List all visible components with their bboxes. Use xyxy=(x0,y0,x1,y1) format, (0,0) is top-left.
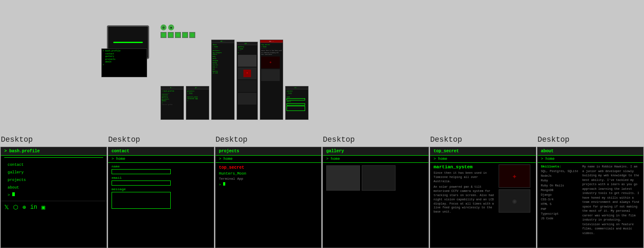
ts-right: ✦ ◉ xyxy=(499,164,532,246)
desktop-header-about: about xyxy=(538,147,643,156)
project-name[interactable]: Hunters_Moon xyxy=(219,172,318,176)
bash-prompt: > xyxy=(8,191,100,199)
mw-title-projects: pr... xyxy=(186,86,209,89)
contact-message-textarea[interactable] xyxy=(112,192,171,209)
about-bio: My name is Robbie Hawkins. I am a junior… xyxy=(582,164,640,246)
mw-content-bash: > bash.profile ────────── contactgallery… xyxy=(161,89,183,107)
contact-name-label: name xyxy=(112,164,210,168)
projects-content: top_secret Hunters_Moon Terminal App > xyxy=(216,163,321,248)
mw-content-top-secret: top_secret > home ────── Since then it h… xyxy=(260,43,283,95)
twitter-icon[interactable]: 𝕏 xyxy=(4,204,9,211)
globe-icon[interactable]: ⊕ xyxy=(22,204,26,211)
icon-circle-1[interactable]: ⚙ xyxy=(161,24,166,30)
ts-body: An solar powered pan & tilt motorised CC… xyxy=(434,185,495,214)
mw-content-gallery: gallery> home ──── 4 ✦ xyxy=(237,45,257,106)
mini-window-gallery[interactable]: ga... gallery> home ──── 4 ✦ xyxy=(237,42,258,120)
mini-window-top-secret[interactable]: to... top_secret > home ────── Since the… xyxy=(260,40,283,120)
contact-email-label: email xyxy=(112,176,210,180)
skill-js: JS Code xyxy=(541,216,579,221)
gallery-thumb-1[interactable] xyxy=(326,165,360,191)
contact-email-input[interactable] xyxy=(112,181,171,186)
skillsets-title: Skillsets: xyxy=(541,164,579,168)
bash-nav-projects[interactable]: projects xyxy=(8,176,100,184)
project-sub: Terminal App xyxy=(219,177,318,181)
skill-rails: Ruby On Rails xyxy=(541,183,579,188)
about-content: Skillsets: SQL, Postgres, SQLite NodeJs … xyxy=(538,163,643,248)
mini-window-projects[interactable]: pr... projects > home ────── Hunters_Moo… xyxy=(186,86,209,120)
mw-content-about: about > home ────── Skillsets:SQL,Postgr… xyxy=(212,43,234,75)
contact-name-input[interactable] xyxy=(112,169,171,174)
top-secret-content: martian_system Since then it has been us… xyxy=(430,163,536,248)
project-prompt: > xyxy=(219,182,318,186)
stack-icons-row: ⚙ ◈ xyxy=(161,24,308,30)
desktops-row: Desktop > bash.profile contact gallery p… xyxy=(0,147,644,248)
toolbar-btn-1[interactable]: ⊞ xyxy=(161,32,166,38)
desktop-label-contact: Desktop xyxy=(108,135,140,144)
desktop-subheader-gallery: > home xyxy=(323,156,428,163)
mw-content-projects: projects > home ────── Hunters_Moon term… xyxy=(186,89,209,102)
mw-title-top-secret: to... xyxy=(260,40,283,43)
mw-title-gallery: ga... xyxy=(237,42,257,45)
mw-title-bash: m... xyxy=(161,86,183,89)
desktop-label-bash: Desktop xyxy=(1,135,33,144)
mw-content-contact: contact > home ────── name email xyxy=(286,89,308,112)
ts-image-1[interactable]: ✦ xyxy=(499,164,530,188)
linkedin-icon[interactable]: in xyxy=(30,204,37,211)
desktop-panel-gallery: Desktop gallery > home xyxy=(322,147,429,248)
mw-title-about: ab... xyxy=(212,40,234,43)
desktop-panel-contact: Desktop contact > home name email messag… xyxy=(108,147,214,248)
bash-divider xyxy=(4,157,103,158)
stack-toolbar-row: ⊞ ⊟ ⊠ ⊕ ⚙ xyxy=(161,32,308,38)
terminal-preview-lines: > bash.profile contact gallery projects … xyxy=(102,49,147,67)
desktop-header-contact: contact xyxy=(108,147,214,156)
desktop-panel-top-secret: Desktop top_secret > home martian_system… xyxy=(430,147,536,248)
desktop-header-projects: projects xyxy=(216,147,321,156)
bash-nav-contact[interactable]: contact xyxy=(8,161,100,169)
desktop-subheader-contact: > home xyxy=(108,156,214,163)
mw-title-contact: co... xyxy=(286,86,308,89)
project-title: top_secret xyxy=(219,165,318,170)
mini-screen-line xyxy=(113,42,143,43)
mini-window-row: m... > bash.profile ────────── contactga… xyxy=(161,40,308,120)
mini-window-about[interactable]: ab... about > home ────── Skillsets:SQL,… xyxy=(211,40,235,120)
desktop-panel-about: Desktop about > home Skillsets: SQL, Pos… xyxy=(537,147,644,248)
desktop-header-gallery: gallery xyxy=(323,147,428,156)
skill-django: Django xyxy=(541,193,579,197)
desktop-label-gallery: Desktop xyxy=(323,135,355,144)
contact-form: name email message xyxy=(108,163,214,212)
desktop-label-about: Desktop xyxy=(538,135,570,144)
desktop-header-bash: > bash.profile xyxy=(1,147,106,156)
bash-nav: contact gallery projects about > xyxy=(1,159,106,201)
about-left: Skillsets: SQL, Postgres, SQLite NodeJs … xyxy=(541,164,579,246)
toolbar-btn-3[interactable]: ⊠ xyxy=(175,32,181,38)
toolbar-btn-5[interactable]: ⚙ xyxy=(189,32,195,38)
gallery-thumb-2[interactable] xyxy=(362,165,396,191)
stacked-area: ⚙ ◈ ⊞ ⊟ ⊠ ⊕ ⚙ m... > bash.profile ──────… xyxy=(161,24,308,120)
icon-circle-2[interactable]: ◈ xyxy=(168,24,174,30)
desktop-subheader-top-secret: > home xyxy=(430,156,536,163)
skill-sql: SQL, Postgres, SQLite xyxy=(541,169,579,174)
ts-title: martian_system xyxy=(434,164,495,170)
bash-nav-gallery[interactable]: gallery xyxy=(8,169,100,176)
skill-css: CSS-3/4 xyxy=(541,197,579,202)
mini-window-bash[interactable]: m... > bash.profile ────────── contactga… xyxy=(161,86,184,120)
instagram-icon[interactable]: ▣ xyxy=(41,204,45,211)
toolbar-btn-2[interactable]: ⊟ xyxy=(168,32,174,38)
desktop-panel-bash: Desktop > bash.profile contact gallery p… xyxy=(0,147,107,248)
toolbar-btn-4[interactable]: ⊕ xyxy=(182,32,188,38)
bash-nav-about[interactable]: about xyxy=(8,184,100,191)
ts-left: martian_system Since then it has been us… xyxy=(434,164,495,246)
skill-typescript: Typescript xyxy=(541,212,579,216)
github-icon[interactable]: ⬡ xyxy=(13,204,18,211)
desktop-subheader-projects: > home xyxy=(216,156,321,163)
terminal-preview-top: > bash.profile contact gallery projects … xyxy=(101,49,147,77)
desktop-label-projects: Desktop xyxy=(216,135,248,144)
skill-html: HTML 5 xyxy=(541,202,579,207)
ts-image-2[interactable]: ◉ xyxy=(499,189,530,213)
gallery-content xyxy=(323,163,428,248)
desktop-header-top-secret: top_secret xyxy=(430,147,536,156)
skill-nodejs: NodeJs xyxy=(541,174,579,178)
skill-mongo: MongoDB xyxy=(541,188,579,193)
mini-window-contact[interactable]: co... contact > home ────── name email xyxy=(285,86,308,120)
desktop-subheader-about: > home xyxy=(538,156,643,163)
